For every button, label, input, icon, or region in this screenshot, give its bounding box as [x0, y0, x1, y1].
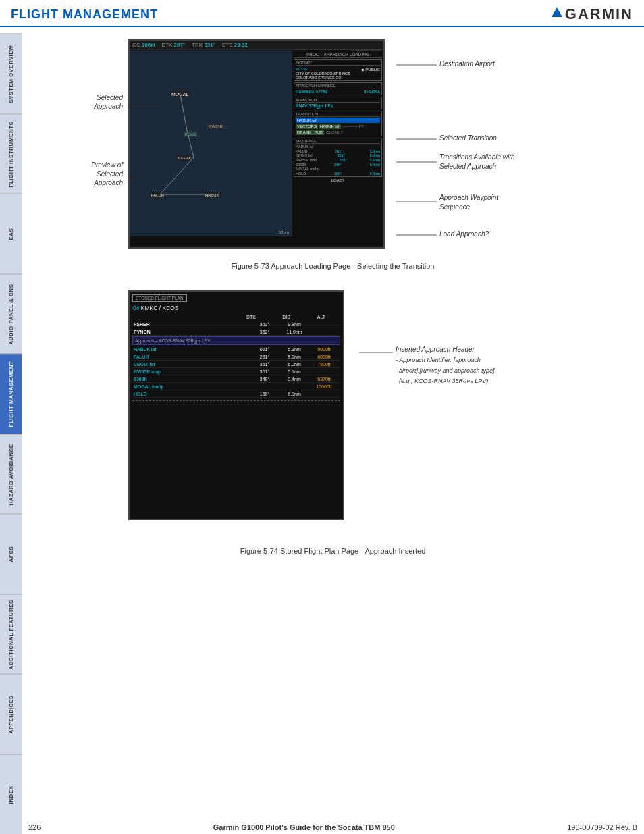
seq-row-6368: 6368ft348°0.4nm [296, 162, 380, 167]
footer-page-number: 226 [28, 823, 41, 831]
flight-plan-display: STORED FLIGHT PLAN 04 KMKC / KCOS DTK DI… [128, 290, 344, 520]
approach-channel-title: APPROACH CHANNEL [296, 84, 380, 88]
fp-dis-hold: 6.0nm [279, 392, 309, 396]
fp-row-mogal: MOGAL mahp 10000ft [132, 383, 340, 390]
approach-value: RNAV 35Rgps LPV [296, 103, 380, 108]
sidebar-item-additional[interactable]: ADDITIONAL FEATURES [0, 594, 22, 675]
fp-wpt-fsher: FSHER [134, 322, 250, 327]
habuk-waypoint: HABUK [204, 192, 221, 198]
figure2-area: STORED FLIGHT PLAN 04 KMKC / KCOS DTK DI… [28, 284, 637, 540]
airport-id-row: KCOS ◆ PUBLIC [296, 66, 380, 72]
sidebar-item-afcs[interactable]: AFCS [0, 514, 22, 594]
load-approach-annotation: Load Approach? [439, 230, 489, 238]
channel-row: CHANNEL 97789 ID W35A [296, 89, 380, 94]
fp-section-title: STORED FLIGHT PLAN [132, 294, 187, 302]
map-area: MOGAL KCOS RW35R CEGIX FALUR HABUK [130, 51, 292, 236]
fp-dis-habuk: 5.9nm [279, 347, 309, 352]
fp-row-6368: 6368ft 348° 0.4nm 6370ft [132, 375, 340, 383]
fp-alt-6368: 6370ft [309, 377, 339, 382]
transitions-available-annotation: Transitions Available withSelected Appro… [439, 153, 515, 172]
fp-route: KMKC / KCOS [141, 305, 179, 311]
fp-alt-fsher: — [309, 322, 339, 327]
fp-row-cegix: CEGIX faf 351° 6.0nm 7800ft [132, 361, 340, 368]
figure2-container: STORED FLIGHT PLAN 04 KMKC / KCOS DTK DI… [28, 284, 637, 555]
page-footer: 226 Garmin G1000 Pilot's Guide for the S… [22, 820, 644, 834]
sidebar-item-index[interactable]: INDEX [0, 754, 22, 835]
airport-section-title: AIRPORT [296, 61, 380, 66]
figure1-caption: Figure 5-73 Approach Loading Page - Sele… [232, 262, 435, 270]
sidebar-item-flight-management[interactable]: FLIGHT MANAGEMENT [0, 354, 22, 434]
destination-airport-annotation: Destination Airport [439, 59, 495, 68]
fp-divider [132, 400, 340, 401]
approach-waypoint-annotation: Approach WaypointSequence [439, 193, 498, 212]
fp-wpt-mogal: MOGAL mahp [134, 384, 250, 389]
left-sidebar: SYSTEM OVERVIEW FLIGHT INSTRUMENTS EAS A… [0, 34, 22, 834]
fp-dtk-habuk: 021° [250, 347, 279, 352]
fp-alt-cegix: 7800ft [309, 362, 339, 367]
fp-header: 04 KMKC / KCOS [132, 304, 340, 312]
kcos-waypoint: KCOS [184, 132, 198, 137]
col-dtk: DTK [234, 315, 269, 319]
fp-dis-cegix: 6.0nm [279, 362, 309, 367]
sidebar-item-hazard[interactable]: HAZARD AVOIDANCE [0, 434, 22, 515]
fp-alt-falur: 8000ft [309, 355, 339, 359]
fp-dtk-falur: 261° [250, 355, 279, 359]
airport-id: KCOS [296, 67, 307, 72]
page-title: FLIGHT MANAGEMENT [11, 7, 158, 22]
sidebar-item-system-overview[interactable]: SYSTEM OVERVIEW [0, 34, 22, 114]
approach-channel-section: APPROACH CHANNEL CHANNEL 97789 ID W35A [294, 82, 382, 95]
fp-dtk-hold: 168° [250, 392, 279, 396]
transition-vectors[interactable]: VECTORS [296, 124, 318, 129]
svg-line-0 [180, 95, 187, 130]
transition-habuk[interactable]: HABUK iaf [319, 124, 341, 129]
transition-selected: HABUK iaf [296, 118, 380, 123]
map-route-svg [130, 51, 292, 236]
cegix-waypoint: CEGIX [177, 155, 192, 161]
fp-dis-pynon: 11.9nm [279, 330, 309, 334]
footer-doc: 190-00709-02 Rev. B [567, 823, 637, 831]
fp-dtk-cegix: 351° [250, 362, 279, 367]
sidebar-item-audio-panel[interactable]: AUDIO PANEL & CNS [0, 274, 22, 355]
mogal-waypoint: MOGAL [170, 91, 190, 97]
annotation-lines-svg [396, 39, 538, 262]
seq-row-cegix: CEGIX faf351°6.0nm [296, 153, 380, 158]
seq-row-hold: HOLD168°6.0nm [296, 172, 380, 176]
load-row[interactable]: LOAD? [294, 178, 382, 182]
rw35r-waypoint: RW35R [207, 124, 224, 129]
sidebar-item-flight-instruments[interactable]: FLIGHT INSTRUMENTS [0, 114, 22, 194]
seq-row-falur: FALUR261°5.0nm [296, 149, 380, 154]
ete-value: ETE 23:32 [222, 42, 248, 48]
fp-wpt-falur: FALUR [134, 355, 250, 359]
figure1-annotations: Destination Airport Selected Transition … [396, 39, 538, 262]
fp-row-hold: HOLD 168° 6.0nm — [132, 390, 340, 398]
dtk-value: DTK 287° [161, 42, 185, 48]
channel-id: ID W35A [364, 90, 380, 94]
channel-value: CHANNEL 97789 [296, 90, 327, 94]
figure1-area: SelectedApproach Preview ofSelectedAppro… [28, 32, 637, 255]
fp-approach-header: Approach – KCOS-RNAV 35Rgps LPV [132, 336, 340, 345]
col-alt: ALT [304, 315, 339, 319]
transition-qlcmcy[interactable]: QLCMCY [325, 130, 345, 135]
figure1-container: SelectedApproach Preview ofSelectedAppro… [28, 32, 637, 270]
falur-waypoint: FALUR [150, 192, 165, 198]
page-header: FLIGHT MANAGEMENT GARMIN [0, 0, 644, 27]
sequence-title: SEQUENCE [296, 139, 380, 144]
transition-drake[interactable]: DRAKE [296, 130, 313, 135]
fp-dis-6368: 0.4nm [279, 377, 309, 382]
fp-row-rw35r: RW35R map 351° 5.1nm — [132, 368, 340, 375]
fp-dis-fsher: 9.8nm [279, 322, 309, 327]
transition-pub[interactable]: PUB [313, 130, 324, 135]
sidebar-item-appendices[interactable]: APPENDICES [0, 674, 22, 754]
approach-section-title: APPROACH [296, 98, 380, 103]
airport-city: COLORADO SPRINGS CO [296, 76, 380, 80]
fp-alt-rw35r: — [309, 369, 339, 374]
approach-section: APPROACH RNAV 35Rgps LPV [294, 97, 382, 109]
footer-title: Garmin G1000 Pilot's Guide for the Socat… [213, 823, 395, 831]
transition-ft: ————FT [342, 124, 365, 129]
figure2-caption: Figure 5-74 Stored Flight Plan Page - Ap… [240, 547, 426, 555]
sidebar-item-eas[interactable]: EAS [0, 194, 22, 274]
fp-wpt-pynon: PYNON [134, 330, 250, 334]
garmin-triangle-icon [552, 7, 562, 17]
sequence-section: SEQUENCE HABUK iaf FALUR261°5.0nm CEGIX … [294, 138, 382, 177]
fp-wpt-rw35r: RW35R map [134, 369, 250, 374]
